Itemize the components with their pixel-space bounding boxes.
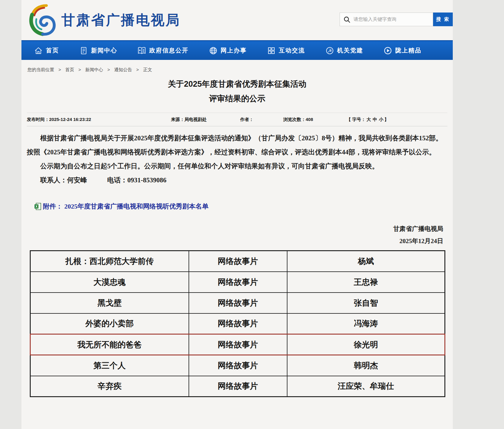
nav-item-featured[interactable]: 陇上精品 bbox=[383, 46, 421, 55]
nav-label: 陇上精品 bbox=[395, 46, 421, 55]
nav-item-party-building[interactable]: ☭ 机关党建 bbox=[325, 46, 363, 55]
nav-label: 网上办事 bbox=[221, 46, 247, 55]
script-type-cell: 网络故事片 bbox=[189, 313, 287, 334]
breadcrumb-item-notices[interactable]: 通知公告 bbox=[114, 67, 132, 72]
table-row: 第三个人 网络故事片 韩明杰 bbox=[30, 355, 445, 376]
search-box bbox=[340, 13, 433, 26]
script-type-cell: 网络故事片 bbox=[189, 293, 287, 313]
attachment-label: 附件： bbox=[43, 202, 63, 211]
excel-file-icon: X bbox=[35, 203, 41, 210]
party-icon: ☭ bbox=[325, 46, 334, 55]
breadcrumb-item-news-center[interactable]: 新闻中心 bbox=[85, 67, 103, 72]
table-row: 扎根：西北师范大学前传 网络故事片 杨斌 bbox=[30, 251, 445, 272]
script-type-cell: 网络故事片 bbox=[189, 251, 287, 272]
article-body: 根据甘肃省广播电视局关于开展2025年度优秀剧本征集评选活动的通知》（甘广局办发… bbox=[27, 131, 447, 187]
article-title: 关于2025年度甘肃省优秀剧本征集活动 评审结果的公示 bbox=[21, 77, 453, 106]
script-title-cell: 扎根：西北师范大学前传 bbox=[30, 251, 189, 272]
breadcrumb-separator: > bbox=[78, 67, 81, 72]
table-row: 外婆的小卖部 网络故事片 冯海涛 bbox=[30, 313, 445, 334]
table-row: 辛弃疾 网络故事片 汪应荣、牟瑞仕 bbox=[30, 376, 445, 397]
paragraph-2: 公示期为自公布之日起5个工作日。公示期间，任何单位和个人对评审结果如有异议，可向… bbox=[27, 159, 447, 173]
page-container: 甘肃省广播电视局 搜 索 首页 新闻中心 政府信息公开 网上办事 bbox=[21, 0, 453, 429]
breadcrumb-item-current: 正文 bbox=[143, 67, 152, 72]
script-title-cell: 第三个人 bbox=[30, 355, 189, 376]
font-size-prefix: 【 字号： bbox=[346, 117, 365, 122]
gov-info-icon bbox=[137, 46, 146, 55]
font-size-suffix: 】 bbox=[384, 117, 389, 122]
breadcrumb-separator: > bbox=[136, 67, 139, 72]
nav-label: 新闻中心 bbox=[91, 46, 117, 55]
search-area: 搜 索 bbox=[340, 13, 453, 26]
paragraph-1: 根据甘肃省广播电视局关于开展2025年度优秀剧本征集评选活动的通知》（甘广局办发… bbox=[27, 131, 447, 159]
script-author-cell: 徐光明 bbox=[287, 334, 445, 355]
article-meta: 发布时间：2025-12-24 16:23:22 来源：局电视剧处 作者： 浏览… bbox=[27, 113, 447, 126]
source: 来源：局电视剧处 bbox=[171, 117, 207, 122]
breadcrumb-prefix: 您的当前位置 bbox=[27, 67, 54, 72]
paragraph-contact: 联系人：何安峰 电话：0931-8539086 bbox=[27, 173, 447, 187]
script-title-cell: 我无所不能的爸爸 bbox=[30, 334, 189, 355]
online-services-icon bbox=[209, 46, 218, 55]
font-size-medium[interactable]: 中 bbox=[373, 117, 377, 122]
nav-label: 机关党建 bbox=[337, 46, 363, 55]
results-table: 扎根：西北师范大学前传 网络故事片 杨斌 大漠忠魂 网络故事片 王忠禄 黑戈壁 … bbox=[30, 250, 445, 397]
table-row: 大漠忠魂 网络故事片 王忠禄 bbox=[30, 272, 445, 293]
nav-item-interaction[interactable]: 互动交流 bbox=[267, 46, 305, 55]
script-author-cell: 张自智 bbox=[287, 293, 445, 313]
breadcrumb: 您的当前位置 > 首页 > 新闻中心 > 通知公告 > 正文 bbox=[21, 60, 453, 73]
home-icon bbox=[34, 46, 43, 55]
publish-time: 发布时间：2025-12-24 16:23:22 bbox=[27, 117, 91, 122]
nav-label: 政府信息公开 bbox=[149, 46, 189, 55]
breadcrumb-separator: > bbox=[107, 67, 110, 72]
search-icon bbox=[343, 16, 351, 24]
nav-item-online-services[interactable]: 网上办事 bbox=[209, 46, 247, 55]
view-count: 浏览次数：408 bbox=[283, 117, 313, 122]
article-title-line2: 评审结果的公示 bbox=[21, 91, 453, 106]
breadcrumb-separator: > bbox=[58, 67, 61, 72]
nav-item-news[interactable]: 新闻中心 bbox=[79, 46, 117, 55]
attachment-row: X 附件： 2025年度甘肃省广播电视和网络视听优秀剧本名单 bbox=[35, 202, 453, 211]
script-title-cell: 大漠忠魂 bbox=[30, 272, 189, 293]
font-size-widget: 【 字号：大中小】 bbox=[346, 117, 389, 122]
script-author-cell: 杨斌 bbox=[287, 251, 445, 272]
script-title-cell: 外婆的小卖部 bbox=[30, 313, 189, 334]
search-input[interactable] bbox=[340, 13, 433, 26]
main-nav: 首页 新闻中心 政府信息公开 网上办事 互动交流 ☭ 机关党建 陇上精品 bbox=[21, 40, 453, 60]
script-type-cell: 网络故事片 bbox=[189, 334, 287, 355]
script-author-cell: 汪应荣、牟瑞仕 bbox=[287, 376, 445, 397]
interaction-icon bbox=[267, 46, 276, 55]
script-title-cell: 黑戈壁 bbox=[30, 293, 189, 313]
search-button[interactable]: 搜 索 bbox=[433, 13, 453, 26]
svg-text:☭: ☭ bbox=[327, 48, 332, 54]
attachment-link[interactable]: 2025年度甘肃省广播电视和网络视听优秀剧本名单 bbox=[64, 202, 209, 211]
nav-label: 互动交流 bbox=[279, 46, 305, 55]
site-header: 甘肃省广播电视局 搜 索 bbox=[21, 0, 453, 40]
script-type-cell: 网络故事片 bbox=[189, 355, 287, 376]
article-title-line1: 关于2025年度甘肃省优秀剧本征集活动 bbox=[21, 77, 453, 91]
site-title: 甘肃省广播电视局 bbox=[61, 11, 181, 29]
author: 作者： bbox=[240, 117, 253, 122]
script-author-cell: 韩明杰 bbox=[287, 355, 445, 376]
nav-item-home[interactable]: 首页 bbox=[34, 46, 59, 55]
news-icon bbox=[79, 46, 88, 55]
script-type-cell: 网络故事片 bbox=[189, 272, 287, 293]
nav-item-gov-info[interactable]: 政府信息公开 bbox=[137, 46, 189, 55]
font-size-large[interactable]: 大 bbox=[366, 117, 371, 122]
signature-block: 甘肃省广播电视局 2025年12月24日 bbox=[21, 225, 443, 245]
table-row-highlighted: 我无所不能的爸爸 网络故事片 徐光明 bbox=[30, 334, 445, 355]
script-author-cell: 王忠禄 bbox=[287, 272, 445, 293]
nav-label: 首页 bbox=[46, 46, 59, 55]
signature-date: 2025年12月24日 bbox=[21, 237, 443, 245]
featured-icon bbox=[383, 46, 392, 55]
site-logo-icon[interactable] bbox=[26, 3, 58, 37]
script-type-cell: 网络故事片 bbox=[189, 376, 287, 397]
table-row: 黑戈壁 网络故事片 张自智 bbox=[30, 293, 445, 313]
signature-org: 甘肃省广播电视局 bbox=[21, 225, 443, 233]
script-title-cell: 辛弃疾 bbox=[30, 376, 189, 397]
breadcrumb-item-home[interactable]: 首页 bbox=[65, 67, 74, 72]
font-size-small[interactable]: 小 bbox=[379, 117, 383, 122]
script-author-cell: 冯海涛 bbox=[287, 313, 445, 334]
svg-text:X: X bbox=[35, 205, 38, 208]
